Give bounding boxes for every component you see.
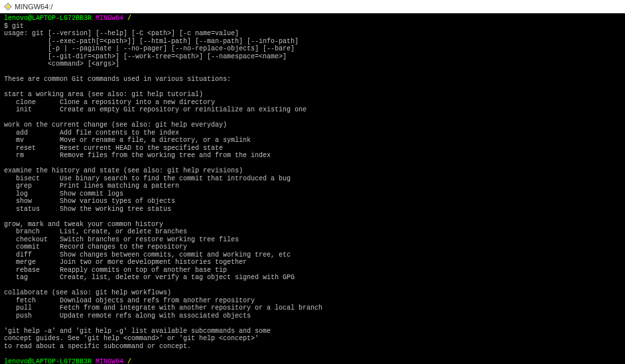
output-line: collaborate (see also: git help workflow… [4,289,621,297]
output-line: 'git help -a' and 'git help -g' list ava… [4,328,621,335]
output-line: bisect Use binary search to find the com… [4,175,621,183]
output-line: clone Clone a repository into a new dire… [4,99,621,107]
output-line: mv Move or rename a file, a directory, o… [4,137,621,145]
output-line: merge Join two or more development histo… [4,259,621,267]
output-line: <command> [<args>] [4,60,621,68]
output-line: concept guides. See 'git help <command>'… [4,335,621,343]
output-line: checkout Switch branches or restore work… [4,236,621,244]
output-line: rm Remove files from the working tree an… [4,152,621,160]
output-line: log Show commit logs [4,190,621,198]
window-title: MINGW64:/ [15,3,52,11]
blank-line [4,68,621,76]
output-line: branch List, create, or delete branches [4,228,621,236]
output-line: [--exec-path[=<path>]] [--html-path] [--… [4,38,621,46]
output-line: examine the history and state (see also:… [4,167,621,175]
output-line: These are common Git commands used in va… [4,76,621,84]
output-line: start a working area (see also: git help… [4,91,621,99]
output-line: work on the current change (see also: gi… [4,121,621,129]
output-line: fetch Download objects and refs from ano… [4,297,621,305]
output-line: add Add file contents to the index [4,129,621,137]
blank-line [4,282,621,290]
output-line: grep Print lines matching a pattern [4,182,621,190]
output-line: commit Record changes to the repository [4,243,621,251]
output-line: reset Reset current HEAD to the specifie… [4,145,621,152]
output-line: status Show the working tree status [4,206,621,213]
output-line: usage: git [--version] [--help] [-C <pat… [4,30,621,38]
blank-line [4,320,621,328]
output-line: grow, mark and tweak your common history [4,221,621,229]
prompt-line: lenovo@LAPTOP-LG72BB3R MINGW64 / [4,15,621,23]
prompt-line: lenovo@LAPTOP-LG72BB3R MINGW64 / [4,358,621,365]
mingw-icon [4,3,12,11]
blank-line [4,160,621,168]
output-line: tag Create, list, delete or verify a tag… [4,274,621,282]
blank-line [4,84,621,91]
output-line: [-p | --paginate | --no-pager] [--no-rep… [4,45,621,53]
svg-marker-1 [6,5,10,9]
output-line: pull Fetch from and integrate with anoth… [4,304,621,312]
blank-line [4,213,621,221]
output-line: show Show various types of objects [4,198,621,206]
output-line: diff Show changes between commits, commi… [4,251,621,259]
command-line: $ git [4,23,621,30]
output-line: rebase Reapply commits on top of another… [4,267,621,274]
output-line: to read about a specific subcommand or c… [4,343,621,351]
output-line: init Create an empty Git repository or r… [4,106,621,114]
blank-line [4,350,621,358]
title-bar[interactable]: MINGW64:/ [0,0,625,13]
terminal-output[interactable]: lenovo@LAPTOP-LG72BB3R MINGW64 /$ gitusa… [0,13,625,364]
blank-line [4,114,621,122]
output-line: [--git-dir=<path>] [--work-tree=<path>] … [4,53,621,61]
output-line: push Update remote refs along with assoc… [4,312,621,320]
